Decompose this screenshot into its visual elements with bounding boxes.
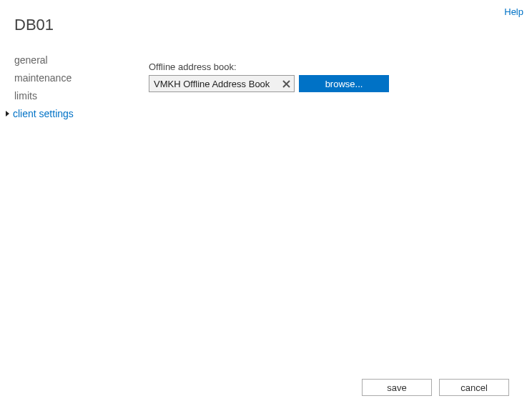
offline-address-book-row: browse...	[149, 75, 506, 92]
sidebar-item-label: client settings	[13, 108, 74, 119]
close-icon[interactable]	[280, 77, 292, 90]
browse-button[interactable]: browse...	[299, 75, 389, 92]
page-title: DB01	[14, 16, 54, 34]
sidebar-item-limits[interactable]: limits	[14, 87, 129, 104]
close-icon-svg	[282, 79, 291, 89]
offline-address-book-input-wrap	[149, 75, 295, 92]
help-link[interactable]: Help	[504, 6, 523, 17]
sidebar-item-label: maintenance	[14, 72, 72, 84]
sidebar-item-client-settings[interactable]: client settings	[6, 105, 129, 122]
cancel-button[interactable]: cancel	[439, 379, 509, 396]
sidebar-item-label: limits	[14, 90, 37, 102]
offline-address-book-input[interactable]	[149, 76, 294, 91]
content-panel: Offline address book: browse...	[149, 61, 506, 92]
sidebar-item-maintenance[interactable]: maintenance	[14, 69, 129, 86]
arrow-right-icon	[6, 111, 9, 117]
sidebar-item-general[interactable]: general	[14, 51, 129, 69]
footer: save cancel	[362, 379, 509, 396]
offline-address-book-label: Offline address book:	[149, 61, 506, 72]
sidebar-item-label: general	[14, 54, 48, 66]
save-button[interactable]: save	[362, 379, 432, 396]
sidebar: general maintenance limits client settin…	[14, 51, 129, 123]
